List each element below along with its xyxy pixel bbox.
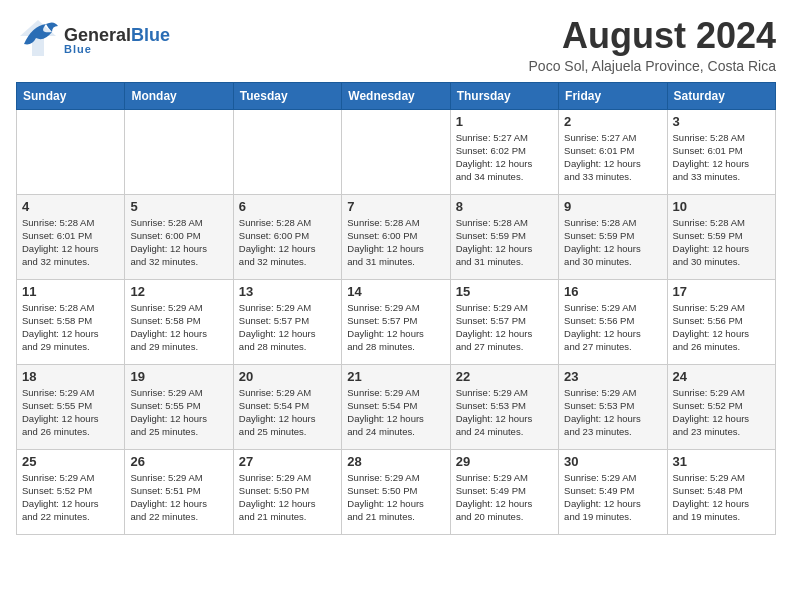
day-number: 29 [456,454,553,469]
day-number: 25 [22,454,119,469]
logo-text: GeneralBlue Blue [64,26,170,55]
calendar-cell: 18Sunrise: 5:29 AM Sunset: 5:55 PM Dayli… [17,364,125,449]
page-header: GeneralBlue Blue August 2024 Poco Sol, A… [16,16,776,74]
day-number: 31 [673,454,770,469]
calendar-cell: 14Sunrise: 5:29 AM Sunset: 5:57 PM Dayli… [342,279,450,364]
day-info: Sunrise: 5:29 AM Sunset: 5:54 PM Dayligh… [347,386,444,439]
day-number: 30 [564,454,661,469]
calendar-cell: 20Sunrise: 5:29 AM Sunset: 5:54 PM Dayli… [233,364,341,449]
calendar-row-2: 4Sunrise: 5:28 AM Sunset: 6:01 PM Daylig… [17,194,776,279]
day-info: Sunrise: 5:29 AM Sunset: 5:53 PM Dayligh… [456,386,553,439]
day-info: Sunrise: 5:29 AM Sunset: 5:55 PM Dayligh… [22,386,119,439]
day-number: 6 [239,199,336,214]
calendar-cell: 8Sunrise: 5:28 AM Sunset: 5:59 PM Daylig… [450,194,558,279]
day-info: Sunrise: 5:29 AM Sunset: 5:55 PM Dayligh… [130,386,227,439]
day-number: 16 [564,284,661,299]
calendar-cell: 31Sunrise: 5:29 AM Sunset: 5:48 PM Dayli… [667,449,775,534]
calendar-cell: 7Sunrise: 5:28 AM Sunset: 6:00 PM Daylig… [342,194,450,279]
day-number: 17 [673,284,770,299]
col-sunday: Sunday [17,82,125,109]
day-number: 18 [22,369,119,384]
month-year-title: August 2024 [529,16,776,56]
calendar-cell: 3Sunrise: 5:28 AM Sunset: 6:01 PM Daylig… [667,109,775,194]
day-number: 3 [673,114,770,129]
day-info: Sunrise: 5:28 AM Sunset: 5:59 PM Dayligh… [456,216,553,269]
day-info: Sunrise: 5:29 AM Sunset: 5:51 PM Dayligh… [130,471,227,524]
day-info: Sunrise: 5:28 AM Sunset: 5:59 PM Dayligh… [673,216,770,269]
day-info: Sunrise: 5:29 AM Sunset: 5:56 PM Dayligh… [564,301,661,354]
calendar-cell: 21Sunrise: 5:29 AM Sunset: 5:54 PM Dayli… [342,364,450,449]
day-number: 19 [130,369,227,384]
day-number: 15 [456,284,553,299]
calendar-cell [125,109,233,194]
calendar-cell: 4Sunrise: 5:28 AM Sunset: 6:01 PM Daylig… [17,194,125,279]
logo-general: General [64,25,131,45]
day-number: 24 [673,369,770,384]
day-info: Sunrise: 5:29 AM Sunset: 5:58 PM Dayligh… [130,301,227,354]
col-saturday: Saturday [667,82,775,109]
day-number: 23 [564,369,661,384]
calendar-cell: 27Sunrise: 5:29 AM Sunset: 5:50 PM Dayli… [233,449,341,534]
day-info: Sunrise: 5:29 AM Sunset: 5:54 PM Dayligh… [239,386,336,439]
logo-sub: Blue [64,44,170,55]
calendar-cell: 22Sunrise: 5:29 AM Sunset: 5:53 PM Dayli… [450,364,558,449]
day-number: 26 [130,454,227,469]
day-number: 12 [130,284,227,299]
calendar-row-4: 18Sunrise: 5:29 AM Sunset: 5:55 PM Dayli… [17,364,776,449]
calendar-cell: 1Sunrise: 5:27 AM Sunset: 6:02 PM Daylig… [450,109,558,194]
logo: GeneralBlue Blue [16,16,170,64]
location-subtitle: Poco Sol, Alajuela Province, Costa Rica [529,58,776,74]
calendar-cell [17,109,125,194]
day-info: Sunrise: 5:27 AM Sunset: 6:01 PM Dayligh… [564,131,661,184]
day-info: Sunrise: 5:28 AM Sunset: 6:00 PM Dayligh… [239,216,336,269]
day-info: Sunrise: 5:29 AM Sunset: 5:52 PM Dayligh… [22,471,119,524]
day-info: Sunrise: 5:29 AM Sunset: 5:57 PM Dayligh… [239,301,336,354]
calendar-cell: 17Sunrise: 5:29 AM Sunset: 5:56 PM Dayli… [667,279,775,364]
calendar-cell: 19Sunrise: 5:29 AM Sunset: 5:55 PM Dayli… [125,364,233,449]
day-info: Sunrise: 5:29 AM Sunset: 5:50 PM Dayligh… [239,471,336,524]
day-number: 1 [456,114,553,129]
day-info: Sunrise: 5:29 AM Sunset: 5:57 PM Dayligh… [456,301,553,354]
day-info: Sunrise: 5:28 AM Sunset: 5:59 PM Dayligh… [564,216,661,269]
calendar-cell: 6Sunrise: 5:28 AM Sunset: 6:00 PM Daylig… [233,194,341,279]
day-number: 4 [22,199,119,214]
day-number: 8 [456,199,553,214]
calendar-cell: 29Sunrise: 5:29 AM Sunset: 5:49 PM Dayli… [450,449,558,534]
day-info: Sunrise: 5:28 AM Sunset: 6:01 PM Dayligh… [22,216,119,269]
day-info: Sunrise: 5:29 AM Sunset: 5:52 PM Dayligh… [673,386,770,439]
day-info: Sunrise: 5:29 AM Sunset: 5:56 PM Dayligh… [673,301,770,354]
day-info: Sunrise: 5:29 AM Sunset: 5:50 PM Dayligh… [347,471,444,524]
day-number: 2 [564,114,661,129]
day-info: Sunrise: 5:29 AM Sunset: 5:57 PM Dayligh… [347,301,444,354]
calendar-cell [342,109,450,194]
day-number: 27 [239,454,336,469]
day-number: 14 [347,284,444,299]
day-info: Sunrise: 5:27 AM Sunset: 6:02 PM Dayligh… [456,131,553,184]
col-thursday: Thursday [450,82,558,109]
day-number: 10 [673,199,770,214]
calendar-cell: 11Sunrise: 5:28 AM Sunset: 5:58 PM Dayli… [17,279,125,364]
col-tuesday: Tuesday [233,82,341,109]
day-number: 13 [239,284,336,299]
calendar-cell: 16Sunrise: 5:29 AM Sunset: 5:56 PM Dayli… [559,279,667,364]
calendar-cell: 9Sunrise: 5:28 AM Sunset: 5:59 PM Daylig… [559,194,667,279]
col-friday: Friday [559,82,667,109]
day-info: Sunrise: 5:29 AM Sunset: 5:49 PM Dayligh… [564,471,661,524]
logo-blue: Blue [131,25,170,45]
calendar-cell: 12Sunrise: 5:29 AM Sunset: 5:58 PM Dayli… [125,279,233,364]
calendar-row-5: 25Sunrise: 5:29 AM Sunset: 5:52 PM Dayli… [17,449,776,534]
calendar-cell: 23Sunrise: 5:29 AM Sunset: 5:53 PM Dayli… [559,364,667,449]
calendar-cell: 2Sunrise: 5:27 AM Sunset: 6:01 PM Daylig… [559,109,667,194]
day-info: Sunrise: 5:28 AM Sunset: 6:01 PM Dayligh… [673,131,770,184]
calendar-cell: 26Sunrise: 5:29 AM Sunset: 5:51 PM Dayli… [125,449,233,534]
day-number: 9 [564,199,661,214]
day-info: Sunrise: 5:29 AM Sunset: 5:49 PM Dayligh… [456,471,553,524]
title-block: August 2024 Poco Sol, Alajuela Province,… [529,16,776,74]
day-info: Sunrise: 5:29 AM Sunset: 5:48 PM Dayligh… [673,471,770,524]
calendar-cell: 24Sunrise: 5:29 AM Sunset: 5:52 PM Dayli… [667,364,775,449]
calendar-cell: 28Sunrise: 5:29 AM Sunset: 5:50 PM Dayli… [342,449,450,534]
day-info: Sunrise: 5:28 AM Sunset: 5:58 PM Dayligh… [22,301,119,354]
day-number: 21 [347,369,444,384]
col-wednesday: Wednesday [342,82,450,109]
calendar-cell: 25Sunrise: 5:29 AM Sunset: 5:52 PM Dayli… [17,449,125,534]
